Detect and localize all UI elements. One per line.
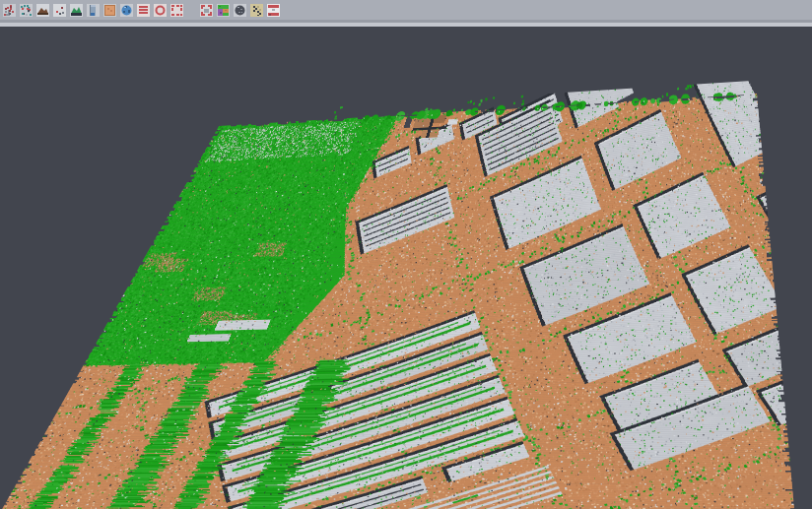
clip-planes-icon <box>267 4 280 17</box>
terrain-dark-icon <box>36 4 49 17</box>
toolbar-button-circle-selection[interactable] <box>154 4 167 17</box>
crop-selection-icon <box>200 4 213 17</box>
points-red-icon <box>3 4 16 17</box>
toolbar-button-points-sparse[interactable] <box>53 4 66 17</box>
red-list-icon <box>137 4 150 17</box>
points-multicolor-icon <box>20 4 33 17</box>
toolbar-button-box-selection[interactable] <box>170 4 183 17</box>
globe-view-icon <box>120 4 133 17</box>
toolbar-button-ortho-image[interactable] <box>103 4 116 17</box>
toolbar-button-classified-cloud[interactable] <box>217 4 230 17</box>
cross-markers-icon <box>250 4 263 17</box>
toolbar-button-crop-selection[interactable] <box>200 4 213 17</box>
toolbar-button-points-multicolor[interactable] <box>20 4 33 17</box>
toolbar <box>0 0 812 20</box>
dark-sphere-icon <box>234 4 246 17</box>
toolbar-button-profile-view[interactable] <box>87 4 100 17</box>
toolbar-button-dark-sphere[interactable] <box>234 4 246 17</box>
profile-view-icon <box>87 4 100 17</box>
terrain-green-icon <box>70 4 83 17</box>
viewport-container <box>0 27 812 509</box>
circle-selection-icon <box>154 4 167 17</box>
box-selection-icon <box>170 4 183 17</box>
classified-cloud-icon <box>217 4 230 17</box>
toolbar-button-cross-markers[interactable] <box>250 4 263 17</box>
toolbar-button-terrain-green[interactable] <box>70 4 83 17</box>
points-sparse-icon <box>53 4 66 17</box>
toolbar-button-red-list[interactable] <box>137 4 150 17</box>
toolbar-button-clip-planes[interactable] <box>267 4 280 17</box>
ortho-image-icon <box>103 4 116 17</box>
toolbar-button-terrain-dark[interactable] <box>36 4 49 17</box>
toolbar-button-points-red[interactable] <box>3 4 16 17</box>
toolbar-button-globe-view[interactable] <box>120 4 133 17</box>
3d-viewport[interactable] <box>0 27 812 509</box>
